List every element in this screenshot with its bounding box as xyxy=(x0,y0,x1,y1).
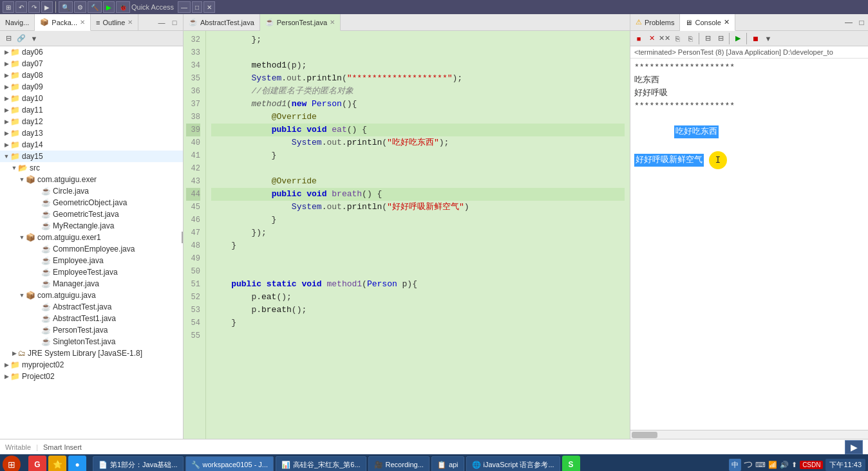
list-item[interactable]: ▼ 📦 com.atguigu.java xyxy=(0,290,183,301)
console-minimize-btn[interactable]: — xyxy=(842,14,855,31)
list-item[interactable]: ▶ 📁 day08 xyxy=(0,69,183,81)
list-item[interactable]: ☕ EmployeeTest.java xyxy=(0,266,183,278)
package-tab-close[interactable]: ✕ xyxy=(80,19,85,26)
console-hscrollbar[interactable] xyxy=(630,430,868,439)
code-content[interactable]: }; method1(p); System.out.println("*****… xyxy=(206,31,630,439)
toolbar-btn-6[interactable]: ⚙ xyxy=(74,1,86,13)
person-test-tab-close[interactable]: ✕ xyxy=(330,19,335,26)
toolbar-btn-7[interactable]: 🔨 xyxy=(88,1,102,13)
editor-panel: ☕ AbstractTest.java ☕ PersonTest.java ✕ … xyxy=(184,14,630,439)
tab-outline[interactable]: ≡ Outline ✕ xyxy=(91,14,138,30)
console-clear-btn[interactable]: ✕ xyxy=(646,33,657,44)
list-item[interactable]: ▼ 📦 com.atguigu.exer1 xyxy=(0,232,183,243)
hscroll-thumb[interactable] xyxy=(632,432,657,438)
taskbar-js-ref[interactable]: 🌐 iJavaScript 语言参考... xyxy=(466,456,560,471)
collapse-all-btn[interactable]: ⊟ xyxy=(3,33,14,44)
list-item[interactable]: ☕ SingletonTest.java xyxy=(0,336,183,347)
view-menu-btn[interactable]: ▼ xyxy=(28,33,40,44)
left-min-btn[interactable]: — xyxy=(156,17,167,28)
console-word-wrap-btn[interactable]: ⊟ xyxy=(715,33,726,44)
line-num: 42 xyxy=(186,162,200,175)
tab-abstract-test[interactable]: ☕ AbstractTest.java xyxy=(184,14,260,30)
list-item[interactable]: ▼ 📁 day15 xyxy=(0,151,183,162)
toolbar-close[interactable]: ✕ xyxy=(203,1,215,13)
taskbar-s-btn[interactable]: S xyxy=(562,456,580,471)
toolbar-btn-2[interactable]: ↶ xyxy=(15,1,27,13)
line-num: 47 xyxy=(186,226,200,239)
toolbar-btn-5[interactable]: 🔍 xyxy=(59,1,73,13)
list-item[interactable]: ☕ PersonTest.java xyxy=(0,324,183,336)
list-item[interactable]: ☕ AbstractTest.java xyxy=(0,301,183,313)
tree-item-label: Circle.java xyxy=(53,187,89,196)
toolbar-btn-3[interactable]: ↷ xyxy=(28,1,40,13)
list-item[interactable]: ☕ Employee.java xyxy=(0,255,183,266)
taskbar-java-basics[interactable]: 📄 第1部分：Java基础... xyxy=(93,456,184,471)
line-numbers: 32 33 34 35 36 37 38 39 40 41 42 43 44 4… xyxy=(184,31,206,439)
start-button[interactable]: ⊞ xyxy=(3,456,21,471)
list-item[interactable]: ▼ 📂 src xyxy=(0,162,183,174)
taskbar-icon-3[interactable]: ● xyxy=(68,456,86,471)
taskbar-workspace[interactable]: 🔧 workspace0105 - J... xyxy=(185,456,274,471)
list-item[interactable]: ☕ GeometricObject.java xyxy=(0,197,183,208)
console-copy-btn[interactable]: ⎘ xyxy=(672,33,683,44)
list-item[interactable]: ▶ 📁 Project02 xyxy=(0,371,183,382)
java-file-icon: ☕ xyxy=(41,210,51,219)
console-scroll-lock-btn[interactable]: ⊟ xyxy=(702,33,713,44)
list-item[interactable]: ▶ 🗂 JRE System Library [JavaSE-1.8] xyxy=(0,347,183,359)
tab-package-explorer[interactable]: 📦 Packa... ✕ xyxy=(35,14,91,31)
list-item[interactable]: ▶ 📁 day06 xyxy=(0,46,183,58)
list-item[interactable]: ☕ CommonEmployee.java xyxy=(0,243,183,255)
list-item[interactable]: ▶ 📁 day13 xyxy=(0,127,183,139)
line-num: 48 xyxy=(186,239,200,252)
console-stop-btn[interactable]: ■ xyxy=(633,33,645,44)
list-item[interactable]: ▶ 📁 day11 xyxy=(0,104,183,116)
console-run-btn[interactable]: ▶ xyxy=(732,33,744,44)
list-item[interactable]: ☕ AbstractTest1.java xyxy=(0,313,183,324)
tree-item-label: src xyxy=(30,163,40,172)
list-item[interactable]: ☕ GeometricTest.java xyxy=(0,208,183,220)
left-max-btn[interactable]: □ xyxy=(169,17,180,28)
divider-2 xyxy=(699,33,699,44)
tab-person-test[interactable]: ☕ PersonTest.java ✕ xyxy=(260,14,341,31)
toolbar-btn-1[interactable]: ⊞ xyxy=(3,1,14,13)
list-item[interactable]: ▶ 📁 myproject02 xyxy=(0,359,183,371)
folder-icon: 📁 xyxy=(10,71,20,80)
tree-item-label: day07 xyxy=(22,59,43,68)
toolbar-maximize[interactable]: □ xyxy=(192,1,202,13)
list-item[interactable]: ▶ 📁 day12 xyxy=(0,116,183,127)
tab-problems[interactable]: ⚠ Problems xyxy=(630,14,680,30)
code-line: } xyxy=(211,149,625,162)
toolbar-btn-4[interactable]: ▶ xyxy=(41,1,53,13)
taskbar-icon-2[interactable]: ⭐ xyxy=(48,456,66,471)
list-item[interactable]: ▶ 📁 day07 xyxy=(0,58,183,69)
console-tab-close[interactable]: ✕ xyxy=(724,18,730,26)
console-terminate-btn[interactable]: ⏹ xyxy=(750,33,761,44)
tab-console[interactable]: 🖥 Console ✕ xyxy=(680,14,735,31)
show-view-btn[interactable]: ▶ xyxy=(845,440,863,454)
toolbar-minimize[interactable]: — xyxy=(178,1,191,13)
console-maximize-btn[interactable]: □ xyxy=(855,14,868,31)
outline-tab-close[interactable]: ✕ xyxy=(127,19,133,26)
taskbar: ⊞ G ⭐ ● 📄 第1部分：Java基础... 🔧 workspace0105… xyxy=(0,454,868,471)
taskbar-api[interactable]: 📋 api xyxy=(431,456,464,471)
console-paste-btn[interactable]: ⎘ xyxy=(684,33,696,44)
list-item[interactable]: ☕ Manager.java xyxy=(0,278,183,290)
console-view-menu-btn[interactable]: ▼ xyxy=(762,33,774,44)
list-item[interactable]: ☕ MyRectangle.java xyxy=(0,220,183,232)
tab-navigator[interactable]: Navig... xyxy=(0,14,35,30)
list-item[interactable]: ▶ 📁 day10 xyxy=(0,93,183,104)
list-item[interactable]: ▼ 📦 com.atguigu.exer xyxy=(0,174,183,185)
toolbar-btn-debug[interactable]: 🐞 xyxy=(116,1,130,13)
list-item[interactable]: ▶ 📁 day09 xyxy=(0,81,183,93)
taskbar-icon-1[interactable]: G xyxy=(28,456,46,471)
code-line: method1(p); xyxy=(211,59,625,72)
taskbar-ppt[interactable]: 📊 高硅谷_宋红东_第6... xyxy=(276,456,366,471)
console-clear2-btn[interactable]: ✕✕ xyxy=(659,33,670,44)
list-item[interactable]: ☕ Circle.java xyxy=(0,185,183,197)
list-item[interactable]: ▶ 📁 day14 xyxy=(0,139,183,151)
taskbar-recording[interactable]: 🎥 Recording... xyxy=(368,456,429,471)
link-editor-btn[interactable]: 🔗 xyxy=(15,33,27,44)
console-output[interactable]: ******************** 吃东西 好好呼吸 **********… xyxy=(630,59,868,430)
console-tab-label: Console xyxy=(695,19,721,26)
toolbar-btn-run[interactable]: ▶ xyxy=(103,1,115,13)
